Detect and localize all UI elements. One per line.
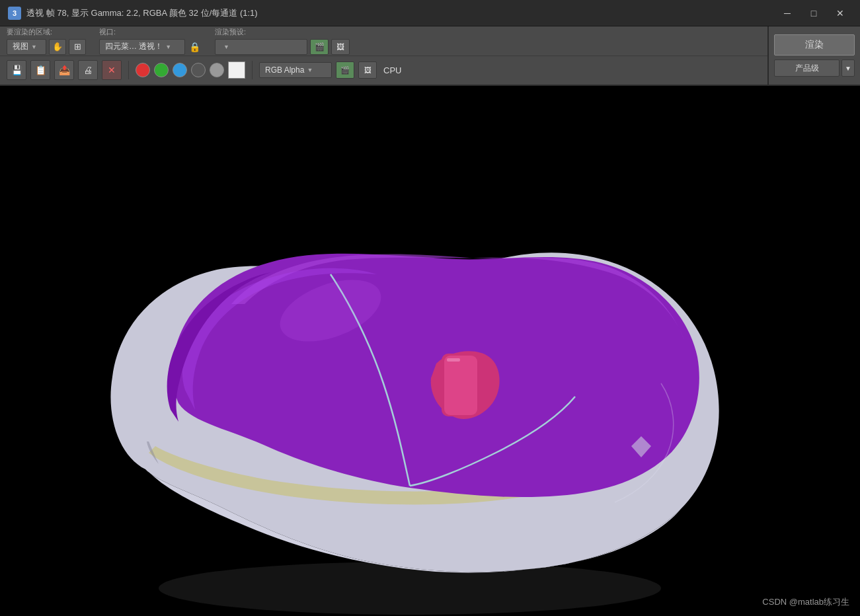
render-settings-icon-btn[interactable]: 🎬 [310, 39, 329, 55]
render-settings-icon: 🎬 [315, 42, 325, 52]
close-button[interactable]: ✕ [828, 5, 852, 22]
top-toolbar: 要渲染的区域: 视图 ▼ ✋ ⊞ 视口: 四元菜… 透视！ ▼ [0, 26, 860, 86]
channel-icon1: 🎬 [340, 66, 350, 75]
save-button[interactable]: 💾 [7, 60, 26, 80]
copy-icon: 📋 [35, 65, 46, 75]
save-icon: 💾 [11, 65, 22, 75]
separator-2 [252, 61, 253, 79]
toolbar-row1: 要渲染的区域: 视图 ▼ ✋ ⊞ 视口: 四元菜… 透视！ ▼ [0, 26, 767, 56]
blue-channel-dot[interactable] [173, 63, 187, 77]
print-icon: 🖨 [83, 65, 93, 75]
quality-dropdown[interactable]: 产品级 [774, 59, 840, 77]
channel-icon-btn2[interactable]: 🖼 [358, 61, 377, 79]
print-button[interactable]: 🖨 [78, 60, 98, 80]
render-button[interactable]: 渲染 [774, 34, 855, 56]
render-options-icon-btn[interactable]: 🖼 [331, 39, 350, 55]
viewport-label: 视口: [99, 27, 202, 37]
svg-rect-4 [447, 358, 460, 362]
viewport-content: 四元菜… 透视！ ▼ 🔒 [99, 39, 202, 55]
gray-channel-dot[interactable] [210, 63, 224, 77]
alpha-channel-dot[interactable] [191, 63, 206, 77]
export-icon: 📤 [59, 65, 70, 75]
toolbar-row2: 💾 📋 📤 🖨 ✕ RG [0, 56, 767, 85]
region-group: 要渲染的区域: 视图 ▼ ✋ ⊞ [7, 27, 86, 55]
channel-dropdown-arrow: ▼ [307, 67, 313, 73]
render-preset-arrow: ▼ [223, 44, 229, 50]
quality-dropdown-arrow[interactable]: ▼ [841, 59, 855, 77]
render-preset-content: ▼ 🎬 🖼 [215, 39, 350, 55]
hand-icon-btn[interactable]: ✋ [49, 39, 66, 55]
toolbar-main: 要渲染的区域: 视图 ▼ ✋ ⊞ 视口: 四元菜… 透视！ ▼ [0, 26, 767, 85]
quality-preset-row: 产品级 ▼ [774, 59, 855, 77]
separator-1 [128, 61, 129, 79]
render-preset-label: 渲染预设: [215, 27, 350, 37]
region-label: 要渲染的区域: [7, 27, 86, 37]
white-channel-btn[interactable] [228, 61, 245, 79]
channel-icon2: 🖼 [364, 66, 371, 74]
render-preset-group: 渲染预设: ▼ 🎬 🖼 [215, 27, 350, 55]
viewport-dropdown[interactable]: 四元菜… 透视！ ▼ [99, 39, 185, 55]
red-channel-dot[interactable] [136, 63, 150, 77]
view-dropdown-arrow: ▼ [31, 44, 37, 50]
maximize-button[interactable]: □ [802, 5, 826, 22]
render-preset-dropdown[interactable]: ▼ [215, 39, 307, 55]
delete-icon: ✕ [108, 65, 116, 75]
title-text: 透视 帧 78, 显示 Gamma: 2.2, RGBA 颜色 32 位/每通道… [26, 7, 258, 19]
viewport-dropdown-arrow: ▼ [165, 44, 171, 50]
channel-dropdown[interactable]: RGB Alpha ▼ [259, 62, 332, 78]
viewport-group: 视口: 四元菜… 透视！ ▼ 🔒 [99, 27, 202, 55]
minimize-button[interactable]: ─ [775, 5, 799, 22]
region-content: 视图 ▼ ✋ ⊞ [7, 39, 86, 55]
window-controls: ─ □ ✕ [775, 5, 852, 22]
svg-rect-3 [444, 356, 477, 415]
watermark: CSDN @matlab练习生 [762, 596, 849, 608]
view-dropdown[interactable]: 视图 ▼ [7, 39, 46, 55]
delete-button[interactable]: ✕ [102, 60, 122, 80]
copy-button[interactable]: 📋 [30, 60, 50, 80]
app-icon: 3 [8, 7, 21, 20]
expand-icon-btn[interactable]: ⊞ [69, 39, 86, 55]
title-left: 3 透视 帧 78, 显示 Gamma: 2.2, RGBA 颜色 32 位/每… [8, 7, 258, 20]
render-options-icon: 🖼 [336, 42, 344, 52]
channel-icon-btn1[interactable]: 🎬 [336, 61, 354, 79]
green-channel-dot[interactable] [154, 63, 169, 77]
lock-icon: 🔒 [188, 42, 202, 52]
svg-point-1 [159, 562, 661, 615]
cpu-label: CPU [383, 65, 401, 75]
title-bar: 3 透视 帧 78, 显示 Gamma: 2.2, RGBA 颜色 32 位/每… [0, 0, 860, 26]
export-button[interactable]: 📤 [54, 60, 74, 80]
toolbar-right: 渲染 产品级 ▼ [767, 26, 860, 85]
render-canvas [0, 86, 860, 616]
main-render-view: CSDN @matlab练习生 [0, 86, 860, 616]
